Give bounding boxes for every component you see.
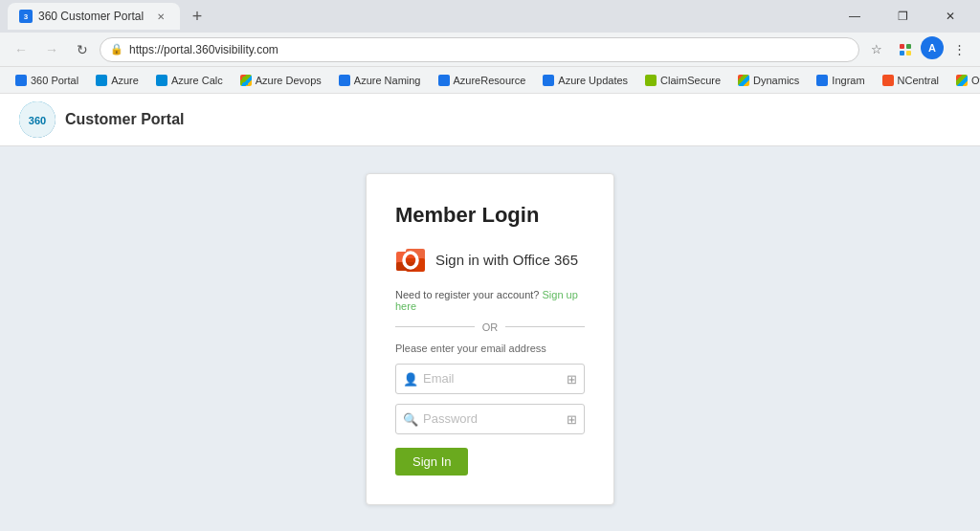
- bookmark-dynamics[interactable]: Dynamics: [730, 70, 807, 91]
- bookmark-icon: [240, 75, 252, 86]
- logo-container: 360 Customer Portal: [19, 101, 184, 138]
- new-tab-button[interactable]: +: [184, 3, 211, 30]
- bookmark-icon: [15, 75, 27, 86]
- bookmarks-bar: 360 Portal Azure Azure Calc Azure Devops…: [0, 67, 980, 94]
- close-button[interactable]: ✕: [928, 0, 972, 33]
- lock-icon: 🔒: [110, 43, 123, 55]
- bookmark-icon: [738, 75, 749, 86]
- bookmark-azure-devops[interactable]: Azure Devops: [233, 70, 329, 91]
- tab-close-button[interactable]: ✕: [153, 9, 168, 24]
- back-button[interactable]: ←: [8, 36, 34, 63]
- bookmark-azure-resource[interactable]: AzureResource: [431, 70, 534, 91]
- card-title: Member Login: [395, 203, 585, 228]
- bookmark-icon: [438, 75, 450, 86]
- bookmark-icon: [543, 75, 554, 86]
- navigation-bar: ← → ↻ 🔒 https://portal.360visibility.com…: [0, 33, 980, 67]
- bookmark-azure-updates[interactable]: Azure Updates: [535, 70, 635, 91]
- browser-tab[interactable]: 3 360 Customer Portal ✕: [8, 3, 180, 30]
- svg-rect-1: [906, 44, 911, 49]
- password-field[interactable]: [395, 404, 585, 434]
- bookmark-icon: [156, 75, 167, 86]
- user-icon: 👤: [403, 371, 418, 386]
- bookmark-icon: [956, 75, 968, 86]
- menu-button[interactable]: ⋮: [946, 36, 972, 63]
- logo-icon: 360: [19, 101, 56, 138]
- office365-signin-button[interactable]: Sign in with Office 365: [395, 245, 585, 276]
- extensions-icon[interactable]: [892, 36, 919, 63]
- email-suffix-icon: ⊞: [567, 371, 577, 386]
- forward-button[interactable]: →: [38, 36, 65, 63]
- bookmark-office[interactable]: Office: [948, 70, 980, 91]
- site-header: 360 Customer Portal: [0, 94, 980, 146]
- divider-line-right: [505, 326, 585, 327]
- email-input-group: 👤 ⊞: [395, 364, 585, 394]
- office365-label: Sign in with Office 365: [435, 252, 578, 268]
- divider-line-left: [395, 326, 475, 327]
- address-bar[interactable]: 🔒 https://portal.360visibility.com: [100, 37, 859, 62]
- login-card: Member Login Sign in with Office 365: [366, 173, 614, 505]
- star-icon[interactable]: ☆: [863, 36, 890, 63]
- bookmark-ncentral[interactable]: NCentral: [875, 70, 947, 91]
- bookmark-icon: [339, 75, 350, 86]
- register-row: Need to register your account? Sign up h…: [395, 289, 585, 312]
- bookmark-icon: [816, 75, 828, 86]
- divider-row: OR: [395, 321, 585, 333]
- bookmark-azure-calc[interactable]: Azure Calc: [148, 70, 231, 91]
- tab-title: 360 Customer Portal: [38, 10, 144, 23]
- window-controls: — ❐ ✕: [833, 0, 972, 33]
- login-area: Member Login Sign in with Office 365: [0, 146, 980, 531]
- register-text: Need to register your account?: [395, 289, 539, 300]
- svg-rect-0: [900, 44, 904, 49]
- signin-button[interactable]: Sign In: [395, 448, 468, 476]
- bookmark-ingram[interactable]: Ingram: [809, 70, 872, 91]
- password-suffix-icon: ⊞: [567, 411, 577, 426]
- bookmark-360portal[interactable]: 360 Portal: [8, 70, 86, 91]
- bookmark-icon: [96, 75, 107, 86]
- svg-rect-3: [906, 51, 911, 55]
- tab-favicon: 3: [19, 10, 33, 23]
- title-bar: 3 360 Customer Portal ✕ + — ❐ ✕: [0, 0, 980, 33]
- bookmark-azure[interactable]: Azure: [88, 70, 146, 91]
- email-field[interactable]: [395, 364, 585, 394]
- bookmark-icon: [882, 75, 894, 86]
- restore-button[interactable]: ❐: [880, 0, 924, 33]
- site-title: Customer Portal: [65, 111, 184, 128]
- page-content: 360 Customer Portal Member Login: [0, 94, 980, 531]
- profile-button[interactable]: A: [921, 36, 944, 59]
- svg-text:360: 360: [29, 115, 46, 126]
- hint-text: Please enter your email address: [395, 343, 585, 354]
- bookmark-claimsecure[interactable]: ClaimSecure: [637, 70, 728, 91]
- divider-text: OR: [482, 321, 499, 333]
- reload-button[interactable]: ↻: [69, 36, 96, 63]
- lock-field-icon: 🔍: [403, 411, 418, 426]
- address-text: https://portal.360visibility.com: [129, 43, 278, 56]
- office365-icon: [395, 245, 426, 276]
- minimize-button[interactable]: —: [833, 0, 877, 33]
- password-input-group: 🔍 ⊞: [395, 404, 585, 434]
- svg-rect-2: [900, 51, 904, 55]
- nav-right-controls: ☆ A ⋮: [863, 36, 972, 63]
- bookmark-icon: [645, 75, 657, 86]
- bookmark-azure-naming[interactable]: Azure Naming: [331, 70, 429, 91]
